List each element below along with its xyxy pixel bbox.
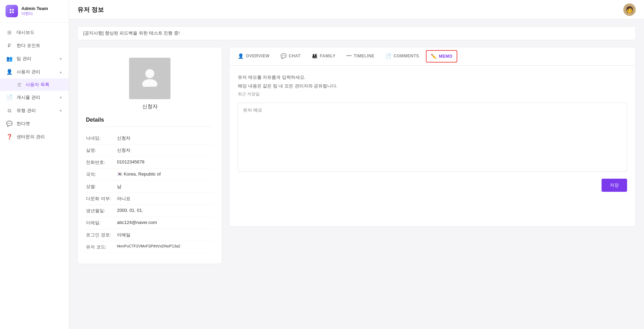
sidebar-item-user-list[interactable]: ☰ 사용자 목록 xyxy=(0,78,69,91)
tab-memo[interactable]: ✏️ MEMO xyxy=(426,50,457,63)
table-row: 실명: 신청자 xyxy=(86,144,214,157)
svg-point-0 xyxy=(145,69,154,78)
memo-desc-2: 해당 내용은 같은 팀 내 모든 관리자와 공유됩니다. xyxy=(238,83,627,90)
tab-timeline[interactable]: 〰 TIMELINE xyxy=(341,48,380,65)
details-title: Details xyxy=(86,117,214,127)
topbar: 유저 정보 🧑 xyxy=(69,0,644,19)
field-value: 신청자 xyxy=(117,147,130,153)
sidebar-item-handa-points[interactable]: ₽ 한다 포인트 xyxy=(0,39,69,52)
chevron-down-icon: ▼ xyxy=(59,109,62,113)
question-icon: ❓ xyxy=(6,134,12,140)
user-panel: 👤 OVERVIEW 💬 CHAT 👨‍👩‍👧 FAMILY 〰 TIMELIN… xyxy=(229,47,636,227)
sidebar-item-label: 게시물 관리 xyxy=(17,94,55,101)
tab-chat[interactable]: 💬 CHAT xyxy=(275,48,306,65)
document-icon: 📄 xyxy=(6,94,12,101)
tab-label: FAMILY xyxy=(320,54,335,58)
memo-last-saved: 최근 저장일: xyxy=(238,91,627,97)
sidebar-item-handa-chat[interactable]: 💬 한다챗 xyxy=(0,117,69,130)
sidebar-item-label: 한다 포인트 xyxy=(17,43,62,49)
field-label: 국적: xyxy=(86,171,117,178)
user-card: 신청자 Details 닉네임: 신청자 실명: 신청자 전화번호: 01012… xyxy=(77,47,222,264)
tab-label: CHAT xyxy=(289,54,300,58)
user-layout: 신청자 Details 닉네임: 신청자 실명: 신청자 전화번호: 01012… xyxy=(77,47,636,264)
field-label: 실명: xyxy=(86,147,117,153)
user-avatar-section: 신청자 xyxy=(86,58,214,110)
sidebar-item-team-mgmt[interactable]: 👥 팀 관리 ▼ xyxy=(0,52,69,65)
main-content: 유저 정보 🧑 [공지사항] 향상된 피드백을 위한 테스트 진행 중! xyxy=(69,0,644,329)
table-row: 유저 코드: hkmPuCTF2VMvFSPihtVxDNoP13a2 xyxy=(86,241,214,253)
sidebar-subtitle: 더한다 xyxy=(21,11,48,16)
table-row: 이메일: abc124@naver.com xyxy=(86,217,214,229)
field-value: 이메일 xyxy=(117,232,130,238)
sidebar-item-label: 유형 관리 xyxy=(17,107,55,114)
field-label: 성별: xyxy=(86,184,117,190)
people-icon: 👥 xyxy=(6,56,12,62)
sidebar-item-dashboard[interactable]: ⊞ 대시보드 xyxy=(0,26,69,39)
field-label: 전화번호: xyxy=(86,159,117,166)
chat-tab-icon: 💬 xyxy=(281,53,287,59)
tab-overview[interactable]: 👤 OVERVIEW xyxy=(232,48,275,65)
table-row: 닉네임: 신청자 xyxy=(86,132,214,144)
field-value: 2000. 01. 01. xyxy=(117,208,143,214)
family-tab-icon: 👨‍👩‍👧 xyxy=(312,53,318,59)
table-row: 다문화 여부: 아니요 xyxy=(86,193,214,205)
sidebar-title: Admin Team 더한다 xyxy=(21,6,48,16)
sidebar-item-label: 팀 관리 xyxy=(17,56,55,62)
field-label: 이메일: xyxy=(86,220,117,226)
copy-icon: ⧉ xyxy=(6,107,12,114)
sidebar-logo xyxy=(6,5,18,17)
memo-input[interactable] xyxy=(238,103,627,172)
sidebar-header: Admin Team 더한다 xyxy=(0,0,69,22)
tab-label: OVERVIEW xyxy=(246,54,270,58)
content-area: [공지사항] 향상된 피드백을 위한 테스트 진행 중! 신청자 xyxy=(69,19,644,329)
timeline-tab-icon: 〰 xyxy=(347,53,352,59)
field-label: 생년월일: xyxy=(86,208,117,214)
field-value: 남 xyxy=(117,184,121,190)
sidebar-item-label: 센터문의 관리 xyxy=(17,134,62,140)
sidebar-item-type-mgmt[interactable]: ⧉ 유형 관리 ▼ xyxy=(0,104,69,117)
sidebar-item-label: 사용자 목록 xyxy=(26,82,49,88)
avatar: 🧑 xyxy=(623,3,636,16)
sidebar: Admin Team 더한다 ⊞ 대시보드 ₽ 한다 포인트 👥 팀 관리 ▼ … xyxy=(0,0,69,329)
table-row: 생년월일: 2000. 01. 01. xyxy=(86,205,214,217)
sidebar-item-label: 한다챗 xyxy=(17,121,62,127)
sidebar-item-center-mgmt[interactable]: ❓ 센터문의 관리 xyxy=(0,130,69,143)
field-value: 🇰🇷 Korea, Republic of xyxy=(117,171,161,178)
sidebar-item-post-mgmt[interactable]: 📄 게시물 관리 ▼ xyxy=(0,91,69,104)
chevron-down-icon: ▼ xyxy=(59,96,62,100)
sidebar-nav: ⊞ 대시보드 ₽ 한다 포인트 👥 팀 관리 ▼ 👤 사용자 관리 ▲ ☰ 사용… xyxy=(0,22,69,329)
tab-comments[interactable]: 📄 COMMENTS xyxy=(380,48,425,65)
sidebar-item-label: 대시보드 xyxy=(17,29,62,36)
chevron-down-icon: ▼ xyxy=(59,57,62,61)
user-display-name: 신청자 xyxy=(142,103,158,110)
sidebar-item-user-mgmt[interactable]: 👤 사용자 관리 ▲ xyxy=(0,65,69,78)
chat-icon: 💬 xyxy=(6,121,12,127)
edit-tab-icon: ✏️ xyxy=(431,54,437,59)
person-icon: 👤 xyxy=(6,69,12,75)
field-value: hkmPuCTF2VMvFSPihtVxDNoP13a2 xyxy=(117,244,180,250)
list-icon: ☰ xyxy=(17,82,22,87)
notice-bar: [공지사항] 향상된 피드백을 위한 테스트 진행 중! xyxy=(77,26,636,40)
field-value: 신청자 xyxy=(117,135,130,141)
logo-dots xyxy=(10,9,14,13)
memo-desc-1: 유저 메모를 자유롭게 입력하세요. xyxy=(238,74,627,81)
tab-label: MEMO xyxy=(439,54,452,59)
sidebar-item-label: 사용자 관리 xyxy=(17,69,55,75)
tab-family[interactable]: 👨‍👩‍👧 FAMILY xyxy=(306,48,341,65)
memo-footer: 저장 xyxy=(238,179,627,192)
memo-section: 유저 메모를 자유롭게 입력하세요. 해당 내용은 같은 팀 내 모든 관리자와… xyxy=(230,66,635,200)
field-label: 다문화 여부: xyxy=(86,196,117,202)
tab-label: TIMELINE xyxy=(354,54,374,58)
field-value: 01012345678 xyxy=(117,159,145,166)
field-label: 로그인 경로: xyxy=(86,232,117,238)
tab-label: COMMENTS xyxy=(393,54,419,58)
table-row: 국적: 🇰🇷 Korea, Republic of xyxy=(86,169,214,181)
page-title: 유저 정보 xyxy=(77,6,104,14)
table-row: 전화번호: 01012345678 xyxy=(86,157,214,169)
grid-icon: ⊞ xyxy=(6,29,12,36)
field-label: 닉네임: xyxy=(86,135,117,141)
user-avatar-placeholder xyxy=(129,58,170,99)
svg-point-1 xyxy=(142,79,157,87)
save-button[interactable]: 저장 xyxy=(602,179,627,192)
chevron-up-icon: ▲ xyxy=(59,70,62,74)
